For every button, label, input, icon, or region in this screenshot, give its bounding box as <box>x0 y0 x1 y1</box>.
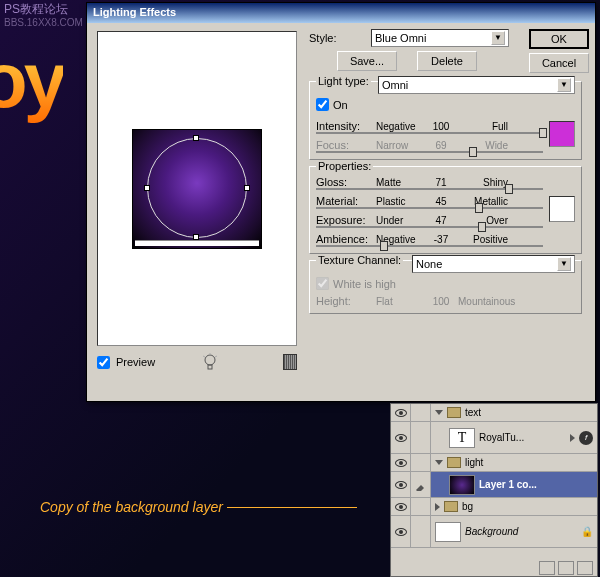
light-handle[interactable] <box>144 185 150 191</box>
light-type-label: Light type: <box>316 75 371 87</box>
light-gizmo-ring[interactable] <box>147 138 247 238</box>
on-checkbox[interactable] <box>316 98 329 111</box>
on-label: On <box>333 99 348 111</box>
layers-panel: text TRoyalTu...f light Layer 1 co... bg… <box>390 403 598 577</box>
fx-icon[interactable]: f <box>579 431 593 445</box>
preview-selection-bar <box>135 240 259 246</box>
ambience-slider[interactable]: Ambience: Negative -37 Positive <box>316 233 543 245</box>
fx-triangle-icon[interactable] <box>570 434 575 442</box>
chevron-down-icon: ▼ <box>557 78 571 92</box>
disclosure-triangle-icon[interactable] <box>435 460 443 465</box>
properties-group: Properties: Gloss: Matte 71 Shiny Materi… <box>309 166 582 254</box>
layer-group-text[interactable]: text <box>391 404 597 422</box>
style-label: Style: <box>309 32 367 44</box>
watermark-left: PS教程论坛 BBS.16XX8.COM <box>4 2 83 30</box>
light-handle[interactable] <box>193 135 199 141</box>
layer-group-light[interactable]: light <box>391 454 597 472</box>
panel-button[interactable] <box>539 561 555 575</box>
save-button[interactable]: Save... <box>337 51 397 71</box>
ambient-color-swatch[interactable] <box>549 196 575 222</box>
folder-icon <box>447 407 461 418</box>
visibility-icon[interactable] <box>395 459 407 467</box>
panel-button[interactable] <box>558 561 574 575</box>
layer-row-text[interactable]: TRoyalTu...f <box>391 422 597 454</box>
dialog-titlebar: Lighting Effects <box>87 3 595 23</box>
lightbulb-icon[interactable] <box>201 353 219 371</box>
cancel-button[interactable]: Cancel <box>529 53 589 73</box>
material-slider[interactable]: Material: Plastic 45 Metallic <box>316 195 543 207</box>
disclosure-triangle-icon[interactable] <box>435 503 440 511</box>
disclosure-triangle-icon[interactable] <box>435 410 443 415</box>
folder-icon <box>447 457 461 468</box>
height-slider: Height: Flat 100 Mountainous <box>316 295 575 307</box>
svg-line-4 <box>215 356 217 357</box>
chevron-down-icon: ▼ <box>557 257 571 271</box>
texture-group: Texture Channel: None▼ White is high Hei… <box>309 260 582 314</box>
preview-checkbox[interactable] <box>97 356 110 369</box>
texture-channel-label: Texture Channel: <box>316 254 403 266</box>
trash-icon[interactable] <box>283 354 297 370</box>
visibility-icon[interactable] <box>395 503 407 511</box>
light-handle[interactable] <box>244 185 250 191</box>
lighting-effects-dialog: Lighting Effects Preview OK <box>86 2 596 402</box>
white-is-high-checkbox <box>316 277 329 290</box>
layer-thumbnail: T <box>449 428 475 448</box>
svg-line-3 <box>203 356 205 357</box>
chevron-down-icon: ▼ <box>491 31 505 45</box>
lock-icon: 🔒 <box>581 526 593 537</box>
layer-group-bg[interactable]: bg <box>391 498 597 516</box>
visibility-icon[interactable] <box>395 434 407 442</box>
layer-row-background[interactable]: Background🔒 <box>391 516 597 548</box>
brush-icon <box>415 479 427 491</box>
layer-row-layer1-copy[interactable]: Layer 1 co... <box>391 472 597 498</box>
background-artwork-text: oy <box>0 35 63 126</box>
style-select[interactable]: Blue Omni▼ <box>371 29 509 47</box>
white-is-high-label: White is high <box>333 278 396 290</box>
panel-button[interactable] <box>577 561 593 575</box>
preview-label: Preview <box>116 356 155 368</box>
visibility-icon[interactable] <box>395 409 407 417</box>
layer-thumbnail <box>435 522 461 542</box>
folder-icon <box>444 501 458 512</box>
preview-pane[interactable] <box>97 31 297 346</box>
ok-button[interactable]: OK <box>529 29 589 49</box>
svg-rect-1 <box>208 365 212 369</box>
intensity-slider[interactable]: Intensity: Negative 100 Full <box>316 120 543 132</box>
light-type-group: Light type: Omni▼ On Intensity: Negative <box>309 81 582 160</box>
visibility-icon[interactable] <box>395 481 407 489</box>
exposure-slider[interactable]: Exposure: Under 47 Over <box>316 214 543 226</box>
svg-point-0 <box>205 355 215 365</box>
annotation-text: Copy of the background layer <box>40 499 357 515</box>
visibility-icon[interactable] <box>395 528 407 536</box>
texture-channel-select[interactable]: None▼ <box>412 255 575 273</box>
layers-panel-footer <box>390 559 598 577</box>
light-color-swatch[interactable] <box>549 121 575 147</box>
light-type-select[interactable]: Omni▼ <box>378 76 575 94</box>
layer-thumbnail <box>449 475 475 495</box>
focus-slider: Focus: Narrow 69 Wide <box>316 139 543 151</box>
annotation-line <box>227 507 357 508</box>
preview-image[interactable] <box>132 129 262 249</box>
delete-button[interactable]: Delete <box>417 51 477 71</box>
properties-label: Properties: <box>316 160 373 172</box>
